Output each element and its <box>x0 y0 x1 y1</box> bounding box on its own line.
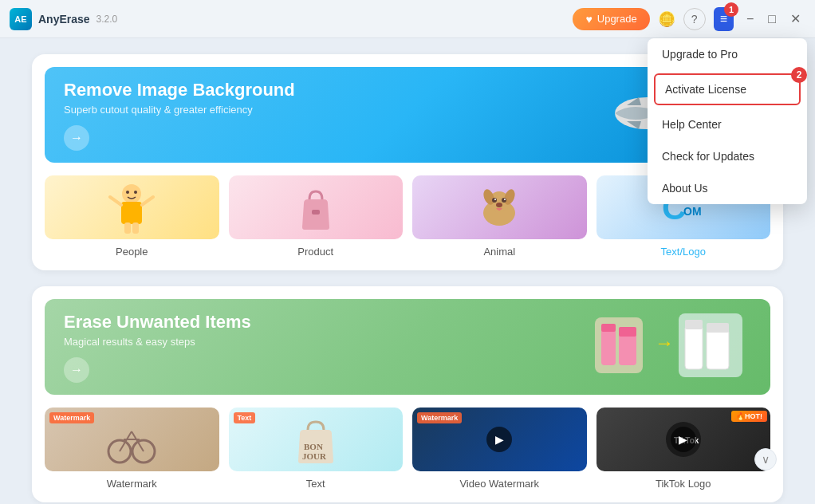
video-label: Video Watermark <box>459 478 539 490</box>
video-thumb: Watermark ▶ <box>412 408 587 471</box>
dropdown-check-updates[interactable]: Check for Updates <box>648 140 807 172</box>
svg-rect-36 <box>619 327 636 337</box>
svg-point-24 <box>492 198 497 203</box>
close-button[interactable]: ✕ <box>785 8 805 30</box>
svg-line-13 <box>142 197 153 205</box>
hot-badge: 🔥HOT! <box>731 411 767 422</box>
svg-point-10 <box>122 184 141 203</box>
dropdown-upgrade-pro[interactable]: Upgrade to Pro <box>648 38 807 70</box>
svg-rect-41 <box>707 323 729 333</box>
category-watermark[interactable]: Watermark Watermark <box>45 408 219 490</box>
help-button[interactable]: ? <box>683 8 706 30</box>
video-badge: Watermark <box>417 412 462 423</box>
svg-rect-40 <box>707 329 729 369</box>
app-info: AE AnyErase 3.2.0 <box>10 8 117 30</box>
banner-arrow-button[interactable]: → <box>64 125 89 151</box>
svg-point-26 <box>494 199 496 200</box>
erase-banner-subtitle: Magical results & easy steps <box>64 336 251 348</box>
app-version: 3.2.0 <box>96 14 118 25</box>
svg-rect-15 <box>132 222 139 234</box>
svg-text:JOUR: JOUR <box>302 451 327 461</box>
watermark-label: Watermark <box>107 478 157 490</box>
erase-banner-title: Erase Unwanted Items <box>64 312 251 333</box>
dropdown-activate-license[interactable]: Activate License 2 <box>654 73 801 105</box>
upgrade-button[interactable]: ♥ Upgrade <box>573 8 649 30</box>
watermark-badge: Watermark <box>49 412 94 423</box>
svg-rect-11 <box>121 202 142 224</box>
svg-point-28 <box>496 203 502 207</box>
people-label: People <box>116 246 148 258</box>
app-logo: AE <box>10 8 32 30</box>
text-label: Text <box>306 478 325 490</box>
svg-text:OM: OM <box>683 205 702 218</box>
svg-rect-39 <box>685 320 703 329</box>
app-name: AnyErase <box>38 13 90 26</box>
svg-point-25 <box>502 198 506 203</box>
svg-rect-34 <box>601 324 616 332</box>
product-label: Product <box>297 246 333 258</box>
scroll-down-button[interactable]: ∨ <box>754 448 777 471</box>
erase-items-card: Erase Unwanted Items Magical results & e… <box>32 286 783 502</box>
animal-label: Animal <box>483 246 515 258</box>
category-people[interactable]: People <box>45 175 219 258</box>
svg-rect-33 <box>601 329 616 365</box>
tiktok-label: TikTok Logo <box>656 478 711 490</box>
minimize-button[interactable]: − <box>742 9 758 30</box>
svg-text:BON: BON <box>304 442 323 451</box>
svg-text:→: → <box>655 332 674 353</box>
window-controls: − □ ✕ <box>742 8 805 30</box>
text-thumb: Text BON JOUR <box>229 408 404 471</box>
svg-rect-38 <box>685 325 703 369</box>
erase-arrow-icon: → <box>70 363 83 377</box>
svg-point-27 <box>504 199 506 200</box>
category-video-watermark[interactable]: Watermark ▶ Video Watermark <box>412 408 587 490</box>
dropdown-about-us[interactable]: About Us <box>648 172 807 204</box>
banner-subtitle: Superb cutout quality & greater efficien… <box>64 104 295 116</box>
category-product[interactable]: Product <box>229 175 404 258</box>
title-bar-actions: ♥ Upgrade 🪙 ? ≡ 1 − □ ✕ <box>573 7 805 31</box>
textlogo-label: Text/Logo <box>661 246 706 258</box>
category-text[interactable]: Text BON JOUR Text <box>229 408 404 490</box>
coin-icon: 🪙 <box>658 10 675 28</box>
svg-rect-14 <box>124 222 131 234</box>
heart-icon: ♥ <box>585 13 592 26</box>
menu-badge: 1 <box>724 2 738 17</box>
watermark-thumb: Watermark <box>45 408 219 471</box>
svg-line-12 <box>110 197 121 205</box>
people-thumb <box>45 175 219 239</box>
chevron-down-icon: ∨ <box>762 453 770 466</box>
product-thumb <box>229 175 404 239</box>
category-grid-2: Watermark Watermark Text <box>32 395 783 502</box>
banner-text: Remove Image Background Superb cutout qu… <box>64 80 295 151</box>
dropdown-help-center[interactable]: Help Center <box>648 108 807 140</box>
erase-banner-text: Erase Unwanted Items Magical results & e… <box>64 312 251 383</box>
dropdown-menu: Upgrade to Pro Activate License 2 Help C… <box>648 38 807 204</box>
tiktok-thumb: 🔥HOT! TikTok ▶ <box>596 408 771 471</box>
restore-button[interactable]: □ <box>763 9 781 30</box>
erase-banner: Erase Unwanted Items Magical results & e… <box>45 299 770 395</box>
activate-badge: 2 <box>791 67 807 83</box>
banner-title: Remove Image Background <box>64 80 295 100</box>
svg-rect-35 <box>619 333 636 365</box>
title-bar: AE AnyErase 3.2.0 ♥ Upgrade 🪙 ? ≡ 1 − □ … <box>0 0 815 38</box>
svg-point-17 <box>134 191 137 194</box>
play-icon: ▶ <box>486 427 512 452</box>
animal-thumb <box>412 175 587 239</box>
category-animal[interactable]: Animal <box>412 175 587 258</box>
tiktok-play-icon: ▶ <box>671 427 696 452</box>
text-badge: Text <box>234 412 256 423</box>
svg-point-16 <box>126 191 129 194</box>
products-illustration: → <box>595 309 754 384</box>
category-tiktok[interactable]: 🔥HOT! TikTok ▶ TikTok Logo <box>596 408 771 490</box>
erase-banner-arrow-button[interactable]: → <box>64 357 89 383</box>
arrow-icon: → <box>70 131 83 145</box>
